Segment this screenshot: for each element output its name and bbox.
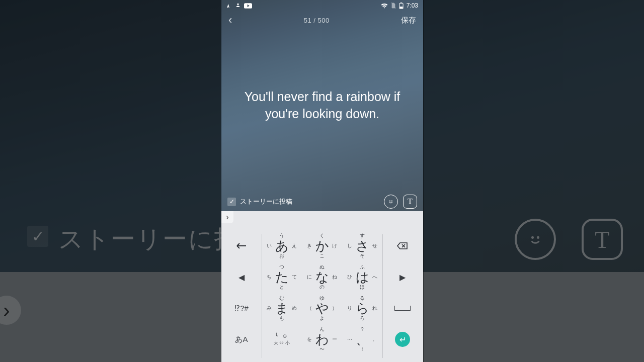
key-symbols[interactable]: ⁉?# (221, 293, 262, 324)
key-や[interactable]: ゆ（や）よ (302, 293, 342, 324)
battery-icon (399, 3, 404, 9)
key-さ[interactable]: すしさせそ (342, 230, 382, 261)
key-わ[interactable]: んをわー〜 (302, 324, 342, 355)
story-canvas: 7:03 ‹ 51 / 500 保存 You'll never find a r… (221, 0, 423, 211)
canvas-toolbar: ✓ ストーリーに投稿 T (221, 192, 423, 211)
post-to-story-label: ストーリーに投稿 (240, 197, 292, 206)
no-sim-icon (391, 3, 396, 9)
text-style-button[interactable]: T (403, 195, 417, 209)
key-cursor-right[interactable]: ▶ (382, 261, 423, 293)
char-counter: 51 / 500 (304, 17, 330, 24)
key-た[interactable]: つちたてと (262, 261, 302, 293)
key-な[interactable]: ぬになねの (302, 261, 342, 293)
svg-point-7 (392, 201, 392, 201)
key-undo[interactable] (221, 230, 262, 261)
keyboard-toggle-button[interactable]: › (221, 211, 233, 223)
key-あ[interactable]: ういあえお (262, 230, 302, 261)
svg-point-6 (390, 201, 390, 201)
key-kana-toggle[interactable]: あA (221, 324, 262, 355)
emoji-picker-button[interactable] (384, 195, 398, 209)
key-ま[interactable]: むみまめも (262, 293, 302, 324)
status-bar: 7:03 (221, 0, 423, 11)
key-cursor-left[interactable]: ◀ (221, 261, 262, 293)
svg-rect-4 (400, 3, 402, 3)
app-icon-1 (226, 3, 232, 9)
wifi-icon (381, 3, 388, 9)
ime-keyboard: › ういあえおくきかけこすしさせそ◀つちたてとぬになねのふひはへほ▶⁉?#むみま… (221, 211, 423, 362)
phone-screen: 7:03 ‹ 51 / 500 保存 You'll never find a r… (221, 0, 423, 362)
status-time: 7:03 (407, 2, 418, 9)
key-space[interactable] (382, 293, 423, 324)
story-text[interactable]: You'll never find a rainbow if you're lo… (221, 88, 423, 123)
back-button[interactable]: ‹ (228, 14, 232, 27)
key-か[interactable]: くきかけこ (302, 230, 342, 261)
key-、[interactable]: ？⋯、。！ (342, 324, 382, 355)
key-ら[interactable]: るりられろ (342, 293, 382, 324)
svg-rect-5 (400, 7, 403, 8)
key-は[interactable]: ふひはへほ (342, 261, 382, 293)
key-backspace[interactable] (382, 230, 423, 261)
save-button[interactable]: 保存 (401, 16, 416, 25)
youtube-icon (244, 3, 252, 9)
key-emoji[interactable]: ╰ ☺大 ⇔ 小 (262, 324, 302, 355)
post-to-story-checkbox[interactable]: ✓ (227, 198, 236, 206)
key-enter[interactable]: ↵ (382, 324, 423, 355)
app-icon-2 (235, 3, 241, 9)
editor-header: ‹ 51 / 500 保存 (221, 11, 423, 29)
